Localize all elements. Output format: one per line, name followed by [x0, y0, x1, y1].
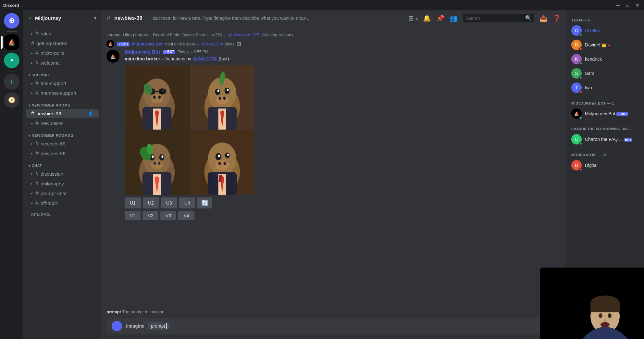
hash-icon: #: [35, 200, 39, 207]
member-item-sam[interactable]: S Sam: [569, 66, 641, 81]
member-item-twn[interactable]: T twn: [569, 81, 641, 95]
image-cell-1[interactable]: [125, 65, 189, 130]
svg-point-27: [217, 89, 219, 92]
member-item-digital[interactable]: D Digital: [569, 158, 641, 172]
server-header[interactable]: ✓ Midjourney ▾: [23, 10, 101, 26]
refresh-button[interactable]: 🔄: [197, 197, 212, 208]
channel-item-newbies-69[interactable]: ▸ # newbies-69: [26, 139, 99, 148]
channel-label: Khalid Ab...: [31, 212, 53, 217]
status-dnd-icon: [579, 47, 582, 51]
channel-item-prompt-chat[interactable]: ▸ # prompt-chat: [26, 189, 99, 198]
member-avatar-sam: S: [571, 68, 582, 79]
image-cell-4[interactable]: [190, 130, 254, 195]
image-cell-3[interactable]: [125, 130, 189, 195]
channel-item-newbies-39[interactable]: # newbies-39 👤+: [26, 109, 99, 118]
channel-label: newbies-39: [36, 111, 61, 116]
channel-label: rules: [41, 31, 51, 36]
guild-add-button[interactable]: +: [4, 74, 19, 90]
members-icon[interactable]: ⊞ 4: [408, 14, 418, 22]
expand-arrow-icon: ▾: [29, 164, 31, 168]
variation-2-button[interactable]: V2: [142, 211, 158, 220]
status-dnd-icon: [579, 90, 582, 94]
variation-3-button[interactable]: V3: [160, 211, 176, 220]
help-icon[interactable]: ❓: [553, 14, 561, 22]
members-list-icon[interactable]: 👥: [450, 14, 458, 22]
channel-item-member-support[interactable]: ▸ # member-support: [26, 88, 99, 98]
category-label: SUPPORT: [32, 73, 50, 77]
user-plus-icon[interactable]: 👤+: [88, 111, 96, 116]
member-item-kendrick[interactable]: K kendrick: [569, 52, 641, 66]
minimize-button[interactable]: ─: [615, 2, 621, 8]
close-button[interactable]: ✕: [634, 2, 641, 8]
webcam-video: [540, 268, 644, 339]
channel-list: ▸ # rules # getting-started ▸ # micro-po…: [23, 26, 101, 339]
image-cell-2[interactable]: [190, 65, 254, 130]
status-online-icon: [579, 76, 582, 79]
member-count: 4: [415, 17, 418, 21]
member-name-digital: Digital: [585, 163, 598, 168]
variation-4-button[interactable]: V4: [178, 211, 194, 220]
svg-point-78: [601, 322, 610, 327]
hash-icon: #: [35, 170, 39, 177]
hash-icon: #: [35, 50, 39, 56]
channel-label: newbies-69: [41, 141, 66, 146]
message-author[interactable]: Midjourney Bot: [125, 49, 160, 55]
channel-item-newbies-99[interactable]: ▸ # newbies-99: [26, 149, 99, 158]
inbox-icon[interactable]: 📥: [539, 14, 548, 22]
guild-explore-button[interactable]: 🧭: [4, 92, 19, 108]
upscale-4-button[interactable]: U4: [179, 197, 195, 208]
member-name-cixelyn: Cixelyn: [585, 28, 600, 33]
upscale-2-button[interactable]: U2: [143, 197, 159, 208]
channel-item-khalid[interactable]: Khalid Ab...: [26, 210, 99, 218]
message-input-wrapper[interactable]: /imagine prompt 😊: [106, 318, 561, 334]
guild-item-midjourney[interactable]: ⛵: [4, 34, 19, 50]
bot-author-sm: Midjourney Bot: [132, 42, 163, 46]
prompt-hint: prompt The prompt to imagine: [101, 307, 566, 316]
waiting-status: (Waiting to start): [262, 32, 293, 37]
category-chat[interactable]: ▾ CHAT: [23, 158, 101, 169]
member-avatar-midjourney-bot: ⛵: [571, 108, 582, 119]
message-text: mini dino broker – Variations by @Axel12…: [125, 56, 561, 62]
channel-sidebar: ✓ Midjourney ▾ ▸ # rules # getting-start…: [23, 10, 101, 339]
image-grid: [125, 65, 254, 195]
channel-item-getting-started[interactable]: # getting-started: [26, 39, 99, 48]
member-item-midjourney-bot[interactable]: ⛵ Midjourney Bot ✓ BOT: [569, 107, 641, 121]
hash-icon: #: [35, 190, 39, 197]
search-bar[interactable]: Search 🔍: [463, 14, 534, 22]
channel-item-welcome[interactable]: ▸ # welcome: [26, 58, 99, 68]
member-item-cixelyn[interactable]: C Cixelyn: [569, 23, 641, 38]
guild-item-openai[interactable]: ✦: [4, 53, 19, 68]
channel-item-philosophy[interactable]: ▸ # philosophy: [26, 179, 99, 188]
hash-icon: #: [35, 80, 39, 87]
svg-point-12: [158, 95, 161, 99]
channel-item-off-topic[interactable]: ▸ # off-topic: [26, 198, 99, 208]
channel-item-newbies-9[interactable]: ▸ # newbies-9: [26, 119, 99, 128]
channel-item-rules[interactable]: ▸ # rules: [26, 29, 99, 38]
pin-icon[interactable]: 📌: [436, 14, 444, 22]
image-icon[interactable]: 🖼: [237, 42, 241, 46]
variation-1-button[interactable]: V1: [125, 211, 141, 220]
category-support[interactable]: ▾ SUPPORT: [23, 68, 101, 78]
guild-separator: [6, 31, 17, 32]
maximize-button[interactable]: □: [625, 2, 631, 8]
expand-arrow-icon: ▸: [31, 121, 33, 125]
category-newcomer-rooms-2[interactable]: ▾ NEWCOMER ROOMS 2: [23, 128, 101, 139]
upscale-1-button[interactable]: U1: [125, 197, 141, 208]
notification-settings-icon[interactable]: 🔔: [423, 14, 431, 22]
channel-hash-icon: #: [106, 14, 110, 22]
svg-point-46: [154, 161, 156, 165]
svg-point-47: [158, 161, 160, 165]
hash-icon: #: [31, 110, 34, 117]
message-content: Midjourney Bot ✓ BOT Today at 2:55 PM mi…: [125, 49, 561, 220]
category-newcomer-rooms[interactable]: ▾ NEWCOMER ROOMS: [23, 98, 101, 108]
channel-item-discussion[interactable]: ▸ # discussion: [26, 169, 99, 179]
member-item-charon[interactable]: C Charon the FAQ ... BOT: [569, 132, 641, 146]
midjourney-icon: ⛵: [8, 39, 15, 46]
guild-item-discord[interactable]: ⊕: [4, 13, 19, 29]
upscale-3-button[interactable]: U3: [161, 197, 177, 208]
channel-item-micro-polls[interactable]: ▸ # micro-polls: [26, 48, 99, 58]
prompt-input-box[interactable]: prompt: [148, 322, 170, 330]
hash-icon: #: [35, 59, 39, 66]
member-item-davidh[interactable]: D DavidH 👑 ●: [569, 38, 641, 52]
channel-item-trial-support[interactable]: ▸ # trial-support: [26, 79, 99, 88]
